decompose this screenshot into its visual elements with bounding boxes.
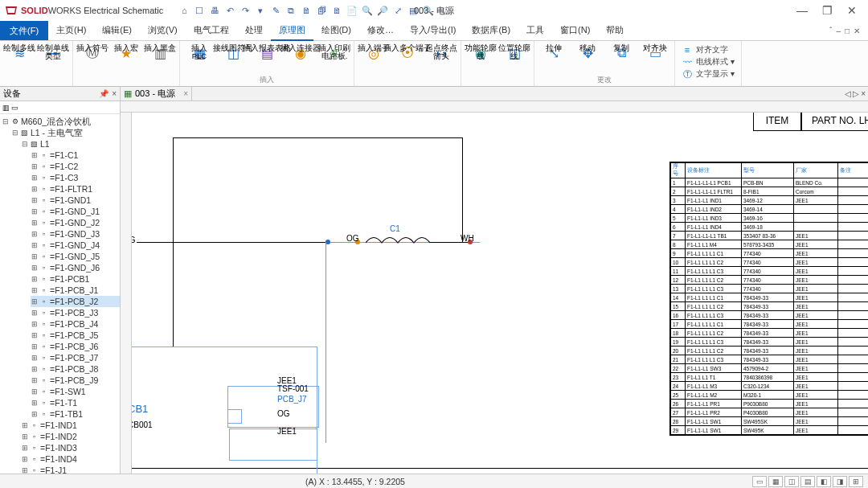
tree-item[interactable]: ⊞▫=F1-PCB_J4 (31, 318, 120, 330)
menu-12[interactable]: 帮助 (598, 21, 632, 41)
tree-item[interactable]: ⊞▫=F1-PCB_J5 (31, 330, 120, 341)
sub-close-icon[interactable]: ✕ (854, 27, 860, 35)
status-btn-1[interactable]: ▭ (752, 476, 767, 487)
bom-row[interactable]: 22F1-L1-L1 SW34579094-2JEE1 (671, 364, 869, 373)
bom-row[interactable]: 27F1-L1-L1 PR2P4030B80JEE1 (671, 408, 869, 417)
bom-row[interactable]: 8F1-L1 L1 M4578793-3435JEE1 (671, 240, 869, 249)
rg6-btn-2[interactable]: ⧉复制 (605, 43, 637, 64)
rg1-btn-0[interactable]: ≋绘制多线 (3, 43, 35, 64)
rg2-btn-2[interactable]: ▥插入黑盒 (144, 43, 176, 64)
maximize-button[interactable]: ❐ (822, 4, 833, 17)
rg6-btn-1[interactable]: ✥移动 (571, 43, 604, 64)
menu-3[interactable]: 电气工程 (186, 21, 237, 41)
rg3-btn-0[interactable]: ▦插入PLC (183, 43, 215, 64)
bom-row[interactable]: 13F1-L1 L1 L1 C3774340JEE1 (671, 285, 869, 293)
tree-item[interactable]: ⊞▫=F1-GND_J2 (31, 217, 120, 228)
bom-row[interactable]: 11F1-L1 L1 L1 C3774340JEE1 (671, 267, 869, 276)
schematic-canvas[interactable]: ITEM PART NO. LH C1 OG OG WH (132, 113, 868, 474)
bom-row[interactable]: 9F1-L1 L1 L1 C1774340JEE1 (671, 249, 869, 258)
menu-10[interactable]: 工具 (518, 21, 552, 41)
rg3-btn-4[interactable]: ⌗插入印刷电路板. (318, 43, 350, 64)
tree-item[interactable]: ⊞▫=F1-PCB_J8 (31, 363, 120, 375)
rg6-btn-0[interactable]: ⤡拉伸 (538, 43, 570, 64)
qat-btn-2[interactable]: 🖶 (208, 4, 221, 17)
bom-row[interactable]: 2F1-L1-L1-L1 FLTR18-FIB1Corcom (671, 187, 869, 196)
tab-close-all-icon[interactable]: × (861, 89, 866, 98)
bom-table[interactable]: 序号设备标注型号厂家备注1F1-L1-L1-L1 PCB1PCB-BNBLEND… (669, 162, 868, 436)
rg2-btn-1[interactable]: ★插入宏 (110, 43, 142, 64)
menu-6[interactable]: 绘图(D) (313, 21, 359, 41)
rg4-btn-1[interactable]: ⦿插入多个端子 (391, 43, 424, 64)
menu-5[interactable]: 原理图 (271, 21, 313, 41)
bom-row[interactable]: 4F1-L1-L1 IND23469-14 (671, 205, 869, 214)
tab-close-icon[interactable]: × (183, 89, 188, 98)
rg7-item-2[interactable]: Ⓣ文字显示 ▾ (682, 68, 735, 80)
tree-item[interactable]: ⊞▫=F1-C3 (31, 172, 120, 183)
tree-item[interactable]: ⊞▫=F1-FLTR1 (31, 183, 120, 195)
bom-row[interactable]: 7F1-L1-L1-L1 TB1353407 83-36JEE1 (671, 232, 869, 240)
tree-item[interactable]: ⊞▫=F1-IND1 (21, 420, 120, 431)
bom-row[interactable]: 17F1-L1 L1 L1 C1784349-33JEE1 (671, 320, 869, 329)
bom-row[interactable]: 19F1-L1 L1 L1 C3784349-33JEE1 (671, 338, 869, 347)
tab-next-icon[interactable]: ▷ (853, 89, 859, 98)
sub-min-icon[interactable]: – (836, 27, 841, 35)
qat-btn-12[interactable]: 🔍 (361, 4, 374, 17)
device-tree[interactable]: ⊟⚙M660_混合冷饮机⊟▧L1 - 主电气室⊟▧L1⊞▫=F1-C1⊞▫=F1… (0, 114, 120, 474)
qat-btn-11[interactable]: 📄 (346, 4, 358, 17)
menu-4[interactable]: 处理 (237, 21, 271, 41)
status-btn-5[interactable]: ◧ (817, 476, 831, 487)
status-btn-7[interactable]: ⊞ (849, 476, 863, 487)
menu-0[interactable]: 主页(H) (48, 21, 94, 41)
tree-item[interactable]: ⊞▫=F1-GND_J1 (31, 206, 120, 217)
menu-11[interactable]: 窗口(N) (552, 21, 598, 41)
qat-btn-6[interactable]: ✎ (269, 4, 282, 17)
tree-item[interactable]: ⊞▫=F1-PCB_J6 (31, 341, 120, 352)
tree-item[interactable]: ⊞▫=F1-PCB_J1 (31, 285, 120, 296)
qat-btn-10[interactable]: 🗎 (330, 4, 343, 17)
rg3-btn-3[interactable]: ◉插入连接器 (285, 43, 317, 64)
qat-btn-9[interactable]: 🗐 (315, 4, 328, 17)
menu-9[interactable]: 数据库(B) (464, 21, 518, 41)
close-button[interactable]: ✕ (847, 4, 857, 17)
tree-item[interactable]: ⊞▫=F1-TB1 (31, 408, 120, 420)
bom-row[interactable]: 1F1-L1-L1-L1 PCB1PCB-BNBLEND Co. (671, 178, 869, 187)
rg1-btn-1[interactable]: —绘制单线类型 (37, 43, 69, 64)
bom-row[interactable]: 5F1-L1-L1 IND33469-16 (671, 214, 869, 223)
qat-btn-7[interactable]: ⧉ (285, 4, 297, 17)
bom-row[interactable]: 6F1-L1-L1 IND43469-18 (671, 223, 869, 232)
sub-max-icon[interactable]: □ (845, 27, 850, 35)
document-tab[interactable]: ▦ 003 - 电源 × (121, 87, 192, 100)
tab-prev-icon[interactable]: ◁ (845, 89, 851, 98)
menu-2[interactable]: 浏览(V) (140, 21, 186, 41)
tree-item[interactable]: ⊞▫=F1-GND_J5 (31, 251, 120, 262)
tree-item[interactable]: ⊞▫=F1-SW1 (31, 386, 120, 397)
tree-item[interactable]: ⊞▫=F1-PCB_J3 (31, 307, 120, 318)
bom-row[interactable]: 23F1-L1 L1 T17840386398JEE1 (671, 373, 869, 382)
rg4-btn-2[interactable]: ↦起点终点箭头 (425, 43, 457, 64)
qat-btn-3[interactable]: ↶ (223, 4, 236, 17)
tree-item[interactable]: ⊞▫=F1-T1 (31, 397, 120, 408)
menu-8[interactable]: 导入/导出(I) (402, 21, 464, 41)
bom-row[interactable]: 24F1-L1-L1 M3C320-1234JEE1 (671, 382, 869, 391)
tree-item[interactable]: ⊞▫=F1-PCB1 (31, 273, 120, 285)
tree-item[interactable]: ⊞▫=F1-IND4 (21, 453, 120, 465)
rg6-btn-3[interactable]: ▭对齐块 (639, 43, 671, 64)
tree-item[interactable]: ⊞▫=F1-IND3 (21, 442, 120, 453)
tree-item[interactable]: ⊞▫=F1-GND_J3 (31, 228, 120, 240)
qat-btn-13[interactable]: 🔎 (376, 4, 389, 17)
tree-item[interactable]: ⊞▫=F1-GND1 (31, 195, 120, 206)
bom-row[interactable]: 3F1-L1-L1 IND13469-12JEE1 (671, 196, 869, 205)
rg5-btn-0[interactable]: ◉功能轮廓线 (465, 43, 497, 64)
bom-row[interactable]: 15F1-L1 L1 L1 C2784349-33JEE1 (671, 302, 869, 311)
qat-btn-1[interactable]: ☐ (193, 4, 206, 17)
bom-row[interactable]: 26F1-L1-L1 PR1P9030B80JEE1 (671, 400, 869, 408)
menu-1[interactable]: 编辑(E) (94, 21, 140, 41)
file-menu[interactable]: 文件(F) (0, 21, 48, 40)
qat-btn-14[interactable]: ⤢ (391, 4, 404, 17)
tree-item[interactable]: ⊞▫=F1-GND_J4 (31, 240, 120, 251)
tree-item[interactable]: ⊞▫=F1-PCB_J2 (31, 296, 120, 307)
rg7-item-0[interactable]: ≡对齐文字 (682, 44, 735, 55)
bom-row[interactable]: 20F1-L1 L1 L1 C2784349-33JEE1 (671, 347, 869, 355)
pin-icon[interactable]: 📌× (99, 89, 117, 98)
bom-row[interactable]: 14F1-L1 L1 L1 C1784349-33JEE1 (671, 293, 869, 302)
